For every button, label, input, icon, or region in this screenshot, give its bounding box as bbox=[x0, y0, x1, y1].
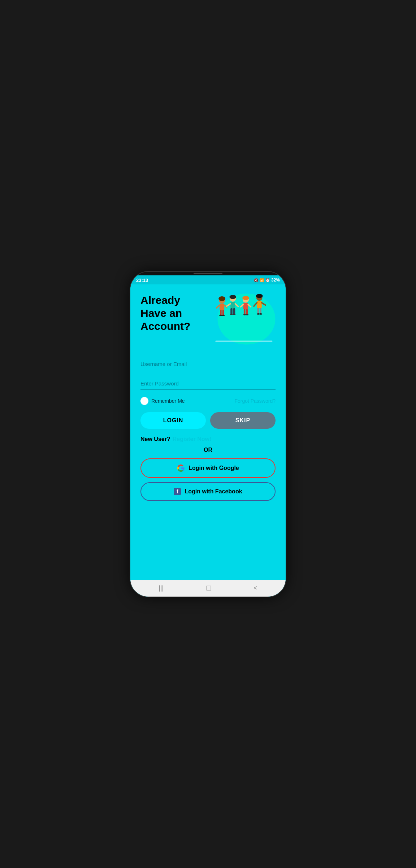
password-group bbox=[140, 378, 276, 390]
remember-me-group: Remember Me bbox=[140, 397, 185, 405]
status-icons: 🔇 📶 ⏰ 32% bbox=[254, 278, 280, 283]
login-form: Remember Me Forgot Password? LOGIN SKIP … bbox=[140, 358, 276, 573]
svg-rect-32 bbox=[260, 307, 261, 314]
register-row: New User? Register Now! bbox=[140, 436, 276, 442]
svg-rect-21 bbox=[243, 302, 248, 309]
password-input[interactable] bbox=[140, 378, 276, 390]
mute-icon: 🔇 bbox=[254, 278, 258, 282]
svg-rect-30 bbox=[257, 301, 262, 308]
svg-rect-4 bbox=[220, 310, 222, 315]
remember-row: Remember Me Forgot Password? bbox=[140, 397, 276, 405]
username-group bbox=[140, 358, 276, 370]
svg-rect-22 bbox=[244, 309, 246, 314]
battery-indicator: 32% bbox=[271, 278, 280, 283]
hero-illustration bbox=[207, 290, 279, 348]
notch-pill bbox=[194, 273, 222, 274]
facebook-login-label: Login with Facebook bbox=[185, 488, 242, 495]
nav-menu-icon[interactable]: ||| bbox=[159, 584, 164, 592]
svg-rect-13 bbox=[230, 308, 233, 314]
remember-me-checkbox[interactable] bbox=[140, 397, 148, 405]
svg-point-18 bbox=[233, 313, 236, 315]
hero-section: Already Have an Account? bbox=[140, 290, 276, 348]
new-user-text: New User? bbox=[140, 436, 170, 442]
svg-point-36 bbox=[259, 313, 262, 315]
svg-point-27 bbox=[246, 314, 249, 315]
alarm-icon: ⏰ bbox=[265, 278, 270, 282]
google-login-label: Login with Google bbox=[188, 465, 239, 471]
wifi-icon: 📶 bbox=[260, 278, 264, 282]
svg-point-17 bbox=[230, 313, 233, 315]
action-buttons: LOGIN SKIP bbox=[140, 412, 276, 429]
facebook-icon: f bbox=[174, 488, 181, 495]
login-button[interactable]: LOGIN bbox=[140, 412, 206, 429]
nav-back-icon[interactable]: < bbox=[254, 584, 257, 592]
svg-point-35 bbox=[257, 313, 260, 315]
svg-point-9 bbox=[222, 314, 225, 316]
svg-rect-31 bbox=[257, 307, 259, 314]
facebook-login-button[interactable]: f Login with Facebook bbox=[140, 482, 276, 501]
svg-point-8 bbox=[219, 314, 222, 316]
nav-home-icon[interactable]: ☐ bbox=[206, 584, 212, 592]
forgot-password-link[interactable]: Forgot Password? bbox=[234, 398, 276, 404]
svg-point-2 bbox=[218, 296, 225, 301]
hero-title: Already Have an Account? bbox=[140, 290, 191, 333]
google-icon bbox=[177, 464, 185, 472]
svg-point-11 bbox=[229, 295, 236, 299]
device-frame: 23:13 🔇 📶 ⏰ 32% Already Have an Account? bbox=[130, 272, 286, 597]
svg-rect-14 bbox=[233, 308, 235, 314]
remember-me-label: Remember Me bbox=[151, 398, 185, 404]
svg-point-26 bbox=[243, 314, 246, 315]
google-login-button[interactable]: Login with Google bbox=[140, 458, 276, 478]
svg-rect-12 bbox=[230, 302, 235, 309]
svg-line-6 bbox=[217, 305, 220, 308]
svg-point-20 bbox=[242, 296, 249, 300]
register-now-link[interactable]: Register Now! bbox=[173, 436, 212, 442]
main-content: Already Have an Account? bbox=[130, 284, 286, 580]
svg-rect-5 bbox=[222, 310, 224, 315]
navigation-bar: ||| ☐ < bbox=[130, 580, 286, 597]
svg-rect-3 bbox=[220, 303, 224, 310]
screen: 23:13 🔇 📶 ⏰ 32% Already Have an Account? bbox=[130, 275, 286, 597]
svg-rect-23 bbox=[246, 309, 248, 314]
notch-bar bbox=[130, 272, 286, 275]
status-bar: 23:13 🔇 📶 ⏰ 32% bbox=[130, 275, 286, 284]
status-time: 23:13 bbox=[136, 278, 148, 283]
svg-point-29 bbox=[256, 294, 263, 298]
or-divider: OR bbox=[140, 447, 276, 453]
username-input[interactable] bbox=[140, 358, 276, 370]
skip-button[interactable]: SKIP bbox=[210, 412, 276, 429]
